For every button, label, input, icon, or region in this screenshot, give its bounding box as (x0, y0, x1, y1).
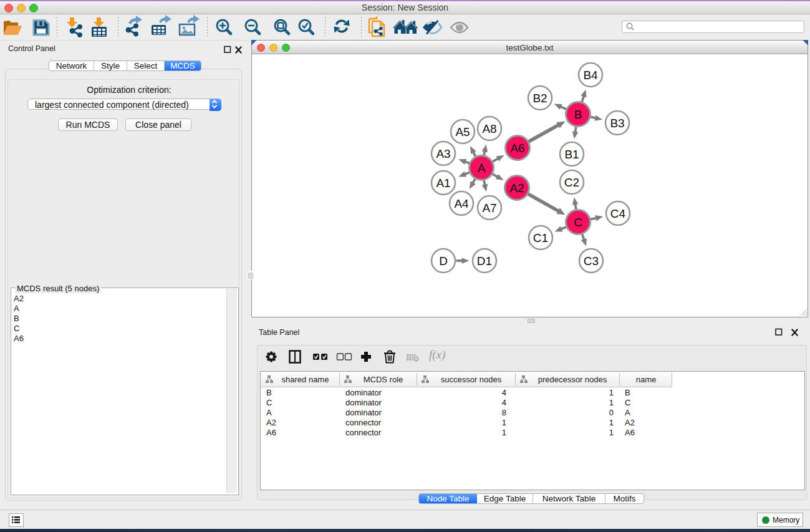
svg-text:A: A (478, 162, 486, 175)
svg-text:D: D (439, 254, 448, 268)
svg-text:A8: A8 (482, 122, 496, 135)
svg-text:B3: B3 (610, 117, 624, 130)
svg-text:C1: C1 (533, 231, 548, 244)
svg-text:C: C (574, 216, 582, 229)
svg-text:C4: C4 (610, 207, 626, 220)
svg-text:A2: A2 (509, 181, 524, 195)
svg-text:C2: C2 (564, 176, 579, 189)
svg-text:A1: A1 (436, 177, 450, 190)
svg-text:B1: B1 (564, 148, 579, 161)
svg-text:D1: D1 (477, 254, 492, 268)
svg-text:C3: C3 (584, 254, 599, 268)
svg-text:B: B (574, 108, 582, 121)
svg-text:A4: A4 (454, 197, 469, 210)
svg-text:B4: B4 (583, 69, 598, 82)
svg-text:A6: A6 (510, 142, 524, 155)
svg-text:B2: B2 (533, 92, 547, 105)
svg-text:A7: A7 (482, 201, 496, 215)
svg-text:A3: A3 (436, 147, 450, 160)
svg-text:A5: A5 (455, 125, 470, 138)
